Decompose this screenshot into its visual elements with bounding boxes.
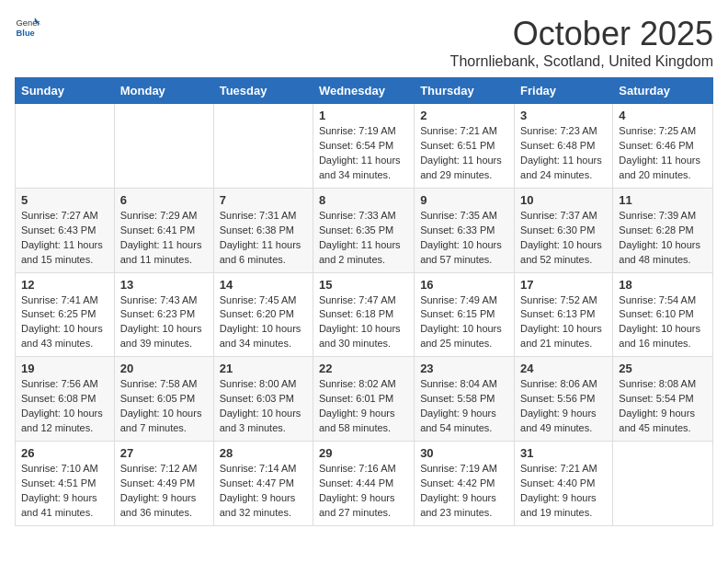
calendar-cell: 1Sunrise: 7:19 AM Sunset: 6:54 PM Daylig…: [313, 104, 414, 189]
day-info: Sunrise: 8:08 AM Sunset: 5:54 PM Dayligh…: [619, 377, 707, 436]
calendar-cell: 26Sunrise: 7:10 AM Sunset: 4:51 PM Dayli…: [16, 442, 115, 526]
day-number: 21: [220, 362, 307, 375]
day-number: 29: [319, 446, 408, 460]
day-info: Sunrise: 8:00 AM Sunset: 6:03 PM Dayligh…: [220, 377, 307, 436]
calendar-cell: 19Sunrise: 7:56 AM Sunset: 6:08 PM Dayli…: [16, 357, 115, 442]
header-monday: Monday: [114, 78, 213, 104]
day-number: 24: [520, 362, 607, 375]
day-info: Sunrise: 7:43 AM Sunset: 6:23 PM Dayligh…: [120, 293, 208, 352]
calendar-cell: [613, 442, 713, 526]
calendar-cell: 21Sunrise: 8:00 AM Sunset: 6:03 PM Dayli…: [213, 357, 313, 442]
day-info: Sunrise: 7:54 AM Sunset: 6:10 PM Dayligh…: [619, 293, 707, 352]
day-number: 31: [520, 446, 607, 460]
calendar-cell: 22Sunrise: 8:02 AM Sunset: 6:01 PM Dayli…: [313, 357, 414, 442]
day-number: 27: [120, 446, 208, 460]
day-info: Sunrise: 7:10 AM Sunset: 4:51 PM Dayligh…: [21, 462, 108, 521]
day-info: Sunrise: 7:14 AM Sunset: 4:47 PM Dayligh…: [220, 462, 307, 521]
day-number: 7: [220, 193, 307, 207]
day-number: 11: [619, 193, 707, 207]
calendar-cell: 5Sunrise: 7:27 AM Sunset: 6:43 PM Daylig…: [16, 188, 115, 272]
day-info: Sunrise: 7:58 AM Sunset: 6:05 PM Dayligh…: [120, 377, 208, 436]
calendar-cell: 18Sunrise: 7:54 AM Sunset: 6:10 PM Dayli…: [613, 272, 713, 357]
header-friday: Friday: [515, 78, 613, 104]
day-number: 8: [319, 193, 408, 207]
day-number: 6: [120, 193, 208, 207]
header-wednesday: Wednesday: [313, 78, 414, 104]
day-number: 10: [520, 193, 607, 207]
week-row-1: 5Sunrise: 7:27 AM Sunset: 6:43 PM Daylig…: [16, 188, 713, 272]
calendar-cell: [16, 104, 115, 189]
calendar-cell: 24Sunrise: 8:06 AM Sunset: 5:56 PM Dayli…: [515, 357, 613, 442]
calendar-cell: 25Sunrise: 8:08 AM Sunset: 5:54 PM Dayli…: [613, 357, 713, 442]
calendar-cell: 6Sunrise: 7:29 AM Sunset: 6:41 PM Daylig…: [114, 188, 213, 272]
week-row-0: 1Sunrise: 7:19 AM Sunset: 6:54 PM Daylig…: [16, 104, 713, 189]
day-info: Sunrise: 7:31 AM Sunset: 6:38 PM Dayligh…: [220, 209, 307, 268]
day-number: 2: [420, 109, 508, 122]
day-number: 22: [319, 362, 408, 375]
calendar-cell: 12Sunrise: 7:41 AM Sunset: 6:25 PM Dayli…: [16, 272, 115, 357]
calendar-cell: 8Sunrise: 7:33 AM Sunset: 6:35 PM Daylig…: [313, 188, 414, 272]
day-info: Sunrise: 7:49 AM Sunset: 6:15 PM Dayligh…: [420, 293, 508, 352]
week-row-3: 19Sunrise: 7:56 AM Sunset: 6:08 PM Dayli…: [16, 357, 713, 442]
day-info: Sunrise: 7:33 AM Sunset: 6:35 PM Dayligh…: [319, 209, 408, 268]
day-info: Sunrise: 7:37 AM Sunset: 6:30 PM Dayligh…: [520, 209, 607, 268]
header-sunday: Sunday: [16, 78, 115, 104]
logo: General Blue: [15, 15, 40, 40]
day-info: Sunrise: 7:19 AM Sunset: 6:54 PM Dayligh…: [319, 124, 408, 183]
day-number: 20: [120, 362, 208, 375]
day-info: Sunrise: 7:23 AM Sunset: 6:48 PM Dayligh…: [520, 124, 607, 183]
header-tuesday: Tuesday: [213, 78, 313, 104]
day-info: Sunrise: 7:47 AM Sunset: 6:18 PM Dayligh…: [319, 293, 408, 352]
header-thursday: Thursday: [415, 78, 515, 104]
day-info: Sunrise: 7:19 AM Sunset: 4:42 PM Dayligh…: [420, 462, 508, 521]
calendar-cell: 28Sunrise: 7:14 AM Sunset: 4:47 PM Dayli…: [213, 442, 313, 526]
calendar-cell: [213, 104, 313, 189]
day-info: Sunrise: 8:04 AM Sunset: 5:58 PM Dayligh…: [420, 377, 508, 436]
calendar-cell: 11Sunrise: 7:39 AM Sunset: 6:28 PM Dayli…: [613, 188, 713, 272]
day-info: Sunrise: 7:21 AM Sunset: 4:40 PM Dayligh…: [520, 462, 607, 521]
week-row-4: 26Sunrise: 7:10 AM Sunset: 4:51 PM Dayli…: [16, 442, 713, 526]
day-info: Sunrise: 7:27 AM Sunset: 6:43 PM Dayligh…: [21, 209, 108, 268]
calendar-cell: [114, 104, 213, 189]
calendar-cell: 4Sunrise: 7:25 AM Sunset: 6:46 PM Daylig…: [613, 104, 713, 189]
day-number: 25: [619, 362, 707, 375]
day-number: 28: [220, 446, 307, 460]
page-header: General Blue October 2025 Thornliebank, …: [15, 15, 713, 70]
day-number: 15: [319, 278, 408, 292]
calendar-cell: 17Sunrise: 7:52 AM Sunset: 6:13 PM Dayli…: [515, 272, 613, 357]
day-info: Sunrise: 7:39 AM Sunset: 6:28 PM Dayligh…: [619, 209, 707, 268]
day-info: Sunrise: 7:56 AM Sunset: 6:08 PM Dayligh…: [21, 377, 108, 436]
day-number: 3: [520, 109, 607, 122]
calendar-cell: 3Sunrise: 7:23 AM Sunset: 6:48 PM Daylig…: [515, 104, 613, 189]
day-number: 5: [21, 193, 108, 207]
week-row-2: 12Sunrise: 7:41 AM Sunset: 6:25 PM Dayli…: [16, 272, 713, 357]
day-info: Sunrise: 7:25 AM Sunset: 6:46 PM Dayligh…: [619, 124, 707, 183]
day-info: Sunrise: 7:16 AM Sunset: 4:44 PM Dayligh…: [319, 462, 408, 521]
day-number: 9: [420, 193, 508, 207]
day-number: 18: [619, 278, 707, 292]
location-title: Thornliebank, Scotland, United Kingdom: [450, 53, 713, 70]
day-number: 16: [420, 278, 508, 292]
day-number: 19: [21, 362, 108, 375]
day-info: Sunrise: 7:45 AM Sunset: 6:20 PM Dayligh…: [220, 293, 307, 352]
day-number: 30: [420, 446, 508, 460]
calendar-cell: 7Sunrise: 7:31 AM Sunset: 6:38 PM Daylig…: [213, 188, 313, 272]
header-saturday: Saturday: [613, 78, 713, 104]
day-number: 26: [21, 446, 108, 460]
day-number: 4: [619, 109, 707, 122]
day-info: Sunrise: 7:12 AM Sunset: 4:49 PM Dayligh…: [120, 462, 208, 521]
calendar-cell: 29Sunrise: 7:16 AM Sunset: 4:44 PM Dayli…: [313, 442, 414, 526]
calendar-cell: 9Sunrise: 7:35 AM Sunset: 6:33 PM Daylig…: [415, 188, 515, 272]
svg-text:Blue: Blue: [17, 29, 35, 38]
calendar-table: Sunday Monday Tuesday Wednesday Thursday…: [15, 77, 713, 526]
day-number: 23: [420, 362, 508, 375]
day-info: Sunrise: 7:21 AM Sunset: 6:51 PM Dayligh…: [420, 124, 508, 183]
calendar-cell: 27Sunrise: 7:12 AM Sunset: 4:49 PM Dayli…: [114, 442, 213, 526]
calendar-cell: 31Sunrise: 7:21 AM Sunset: 4:40 PM Dayli…: [515, 442, 613, 526]
day-info: Sunrise: 7:29 AM Sunset: 6:41 PM Dayligh…: [120, 209, 208, 268]
month-title: October 2025: [450, 15, 713, 53]
calendar-cell: 2Sunrise: 7:21 AM Sunset: 6:51 PM Daylig…: [415, 104, 515, 189]
day-info: Sunrise: 8:06 AM Sunset: 5:56 PM Dayligh…: [520, 377, 607, 436]
day-number: 13: [120, 278, 208, 292]
day-info: Sunrise: 8:02 AM Sunset: 6:01 PM Dayligh…: [319, 377, 408, 436]
